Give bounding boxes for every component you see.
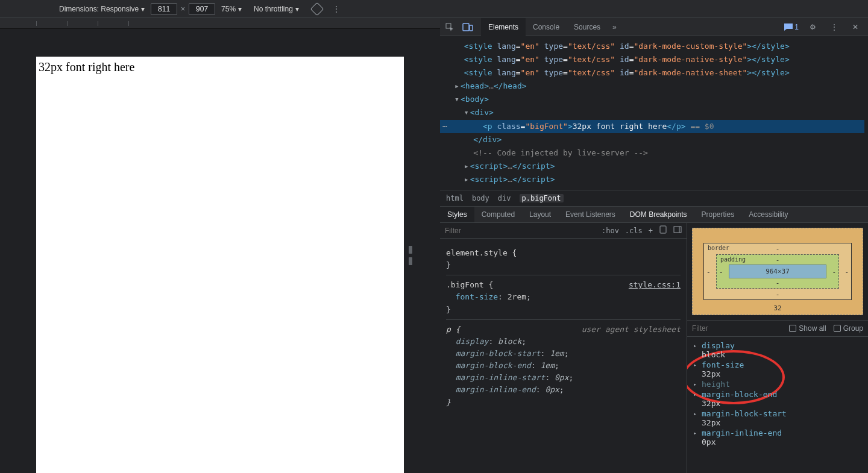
content-dimensions: 964×37 xyxy=(729,265,826,278)
viewport-pane: 32px font right here xyxy=(0,18,440,473)
computed-font-size[interactable]: font-size 32px xyxy=(690,360,866,379)
show-all-checkbox[interactable]: Show all xyxy=(789,324,826,333)
device-toolbar: Dimensions: Responsive ▾ × 75% ▾ No thro… xyxy=(0,0,868,18)
tab-dom-breakpoints[interactable]: DOM Breakpoints xyxy=(623,207,694,222)
crumb-div[interactable]: div xyxy=(498,194,511,202)
zoom-dropdown[interactable]: 75% ▾ xyxy=(221,5,242,13)
styles-rules[interactable]: element.style { } .bigFont {style.css:1 … xyxy=(440,239,687,417)
dom-tree[interactable]: <style lang="en" type="text/css" id="dar… xyxy=(440,36,868,190)
resize-handle[interactable] xyxy=(409,246,412,265)
devtools-pane: Elements Console Sources » 1 ⚙ ⋮ ✕ <styl… xyxy=(440,18,868,473)
margin-bottom-value: 32 xyxy=(773,304,781,312)
tab-computed[interactable]: Computed xyxy=(474,207,522,222)
zoom-value: 75% xyxy=(221,5,236,13)
svg-rect-3 xyxy=(660,226,666,233)
styles-filter-bar: :hov .cls + xyxy=(440,223,687,239)
chevron-down-icon: ▾ xyxy=(141,5,145,13)
kebab-icon[interactable]: ⋮ xyxy=(333,5,340,13)
computed-filter-input[interactable] xyxy=(692,324,734,333)
tab-elements[interactable]: Elements xyxy=(481,18,526,36)
padding-label: padding xyxy=(720,256,746,263)
issues-badge[interactable]: 1 xyxy=(784,23,799,31)
devtools-tabs: Elements Console Sources » 1 ⚙ ⋮ ✕ xyxy=(440,18,868,36)
crumb-body[interactable]: body xyxy=(472,194,489,202)
selected-dom-node[interactable]: <p class="bigFont">32px font right here<… xyxy=(440,120,864,133)
throttling-dropdown[interactable]: No throttling ▾ xyxy=(254,5,299,13)
styles-tabs: Styles Computed Layout Event Listeners D… xyxy=(440,206,868,223)
dimension-separator: × xyxy=(181,5,185,13)
close-icon[interactable]: ✕ xyxy=(852,23,858,31)
chevron-down-icon: ▾ xyxy=(295,5,299,13)
tab-styles[interactable]: Styles xyxy=(440,207,474,222)
source-link[interactable]: style.css:1 xyxy=(629,279,681,291)
chevron-down-icon: ▾ xyxy=(238,5,242,13)
rendered-page[interactable]: 32px font right here xyxy=(36,57,404,473)
ruler xyxy=(0,18,440,29)
svg-rect-4 xyxy=(674,227,681,233)
dimensions-dropdown[interactable]: Dimensions: Responsive ▾ xyxy=(59,5,145,13)
sample-paragraph: 32px font right here xyxy=(39,60,401,74)
computed-filter-bar: Show all Group xyxy=(687,321,868,337)
computed-list[interactable]: display block font-size 32px height marg… xyxy=(687,337,868,473)
kebab-icon[interactable]: ⋮ xyxy=(831,23,838,31)
group-checkbox[interactable]: Group xyxy=(834,324,863,333)
tab-accessibility[interactable]: Accessibility xyxy=(741,207,795,222)
crumb-p[interactable]: p.bigFont xyxy=(520,194,564,202)
height-input[interactable] xyxy=(189,3,215,15)
inspect-icon[interactable] xyxy=(444,21,456,33)
tab-console[interactable]: Console xyxy=(526,18,567,36)
hov-toggle[interactable]: :hov xyxy=(602,227,619,235)
computed-height[interactable]: height xyxy=(690,379,866,389)
computed-margin-block-end[interactable]: margin-block-end 32px xyxy=(690,389,866,409)
computed-margin-inline-end[interactable]: margin-inline-end 0px xyxy=(690,428,866,447)
tab-layout[interactable]: Layout xyxy=(522,207,558,222)
issues-count: 1 xyxy=(794,23,799,31)
svg-rect-2 xyxy=(470,25,473,31)
svg-rect-1 xyxy=(463,23,469,31)
border-label: border xyxy=(708,245,729,251)
computed-display[interactable]: display block xyxy=(690,340,866,360)
throttling-value: No throttling xyxy=(254,5,293,13)
box-model[interactable]: border - - - - padding - - - xyxy=(687,223,868,321)
tab-sources[interactable]: Sources xyxy=(567,18,608,36)
gear-icon[interactable]: ⚙ xyxy=(810,23,816,31)
computed-margin-block-start[interactable]: margin-block-start 32px xyxy=(690,409,866,428)
crumb-html[interactable]: html xyxy=(446,194,464,202)
dimensions-label: Dimensions: Responsive xyxy=(59,5,139,13)
tabs-overflow[interactable]: » xyxy=(608,23,621,31)
dom-breadcrumb[interactable]: html body div p.bigFont xyxy=(440,190,868,206)
tab-properties[interactable]: Properties xyxy=(694,207,742,222)
cls-toggle[interactable]: .cls xyxy=(625,227,643,235)
width-input[interactable] xyxy=(151,3,177,15)
rotate-icon[interactable] xyxy=(310,2,324,16)
tab-event-listeners[interactable]: Event Listeners xyxy=(558,207,623,222)
device-icon[interactable] xyxy=(659,225,667,236)
styles-filter-input[interactable] xyxy=(445,227,517,235)
device-mode-icon[interactable] xyxy=(462,21,474,33)
ua-source: user agent stylesheet xyxy=(582,324,681,336)
new-rule-button[interactable]: + xyxy=(649,227,653,235)
panel-icon[interactable] xyxy=(673,226,682,235)
